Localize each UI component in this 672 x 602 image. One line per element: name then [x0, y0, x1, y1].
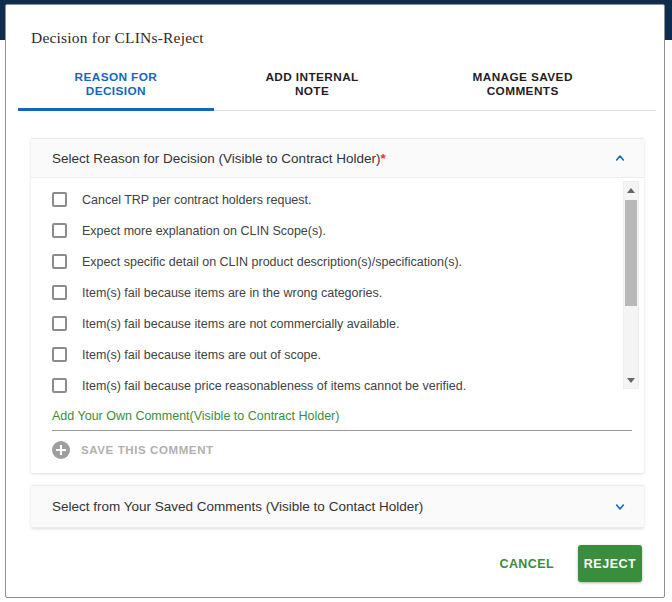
reason-option-label: Expect more explanation on CLIN Scope(s)… [82, 224, 326, 238]
dialog-footer: CANCEL REJECT [6, 545, 642, 582]
reason-option-row[interactable]: Item(s) fail because items are out of sc… [52, 339, 600, 370]
reason-option-row[interactable]: Expect specific detail on CLIN product d… [52, 246, 600, 277]
chevron-up-icon[interactable] [612, 150, 628, 166]
reason-checkbox[interactable] [52, 378, 67, 393]
reason-option-label: Item(s) fail because items are out of sc… [82, 348, 321, 362]
reason-checkbox[interactable] [52, 347, 67, 362]
reason-option-label: Item(s) fail because price reasonablenes… [82, 379, 466, 393]
reason-panel-title: Select Reason for Decision (Visible to C… [52, 151, 386, 166]
reason-option-row[interactable]: Item(s) fail because items are not comme… [52, 308, 600, 339]
reason-option-row[interactable]: Expect more explanation on CLIN Scope(s)… [52, 215, 600, 246]
reason-option-row[interactable]: Cancel TRP per contract holders request. [52, 184, 600, 215]
options-scrollbar[interactable] [623, 181, 639, 389]
saved-comments-panel-title: Select from Your Saved Comments (Visible… [52, 499, 423, 514]
decision-dialog: Decision for CLINs-Reject REASON FOR DEC… [5, 4, 665, 598]
tab-bar: REASON FOR DECISION ADD INTERNAL NOTE MA… [31, 61, 656, 111]
reject-button[interactable]: REJECT [578, 545, 642, 582]
reason-option-label: Expect specific detail on CLIN product d… [82, 255, 462, 269]
scrollbar-thumb[interactable] [625, 200, 637, 306]
reason-option-label: Cancel TRP per contract holders request. [82, 193, 312, 207]
save-this-comment-label: SAVE THIS COMMENT [81, 444, 214, 456]
reason-panel-header[interactable]: Select Reason for Decision (Visible to C… [31, 138, 644, 178]
required-asterisk: * [380, 151, 385, 166]
cancel-button[interactable]: CANCEL [494, 549, 560, 579]
chevron-down-icon[interactable] [612, 499, 628, 515]
reason-checkbox[interactable] [52, 316, 67, 331]
saved-comments-panel-header[interactable]: Select from Your Saved Comments (Visible… [31, 485, 644, 528]
reason-checkbox[interactable] [52, 192, 67, 207]
reason-option-label: Item(s) fail because items are not comme… [82, 317, 399, 331]
tab-manage-saved-comments[interactable]: MANAGE SAVED COMMENTS [423, 61, 622, 110]
own-comment-input[interactable] [52, 407, 632, 431]
tab-add-internal-note[interactable]: ADD INTERNAL NOTE [235, 61, 390, 110]
own-comment-field [52, 406, 632, 431]
scroll-up-icon[interactable] [624, 183, 638, 197]
plus-circle-icon [52, 441, 70, 459]
reason-checkbox[interactable] [52, 254, 67, 269]
saved-comments-panel: Select from Your Saved Comments (Visible… [31, 485, 644, 528]
dialog-title: Decision for CLINs-Reject [31, 29, 664, 47]
reason-panel: Select Reason for Decision (Visible to C… [31, 138, 644, 473]
reason-panel-title-text: Select Reason for Decision (Visible to C… [52, 151, 380, 166]
reason-options-list: Cancel TRP per contract holders request.… [31, 178, 644, 402]
save-this-comment-button[interactable]: SAVE THIS COMMENT [52, 441, 214, 473]
scroll-down-icon[interactable] [624, 373, 638, 387]
reason-option-row[interactable]: Item(s) fail because price reasonablenes… [52, 370, 600, 401]
reason-option-label: Item(s) fail because items are in the wr… [82, 286, 382, 300]
reason-checkbox[interactable] [52, 223, 67, 238]
reason-option-row[interactable]: Item(s) fail because items are in the wr… [52, 277, 600, 308]
reason-checkbox[interactable] [52, 285, 67, 300]
tab-reason-for-decision[interactable]: REASON FOR DECISION [31, 61, 201, 110]
